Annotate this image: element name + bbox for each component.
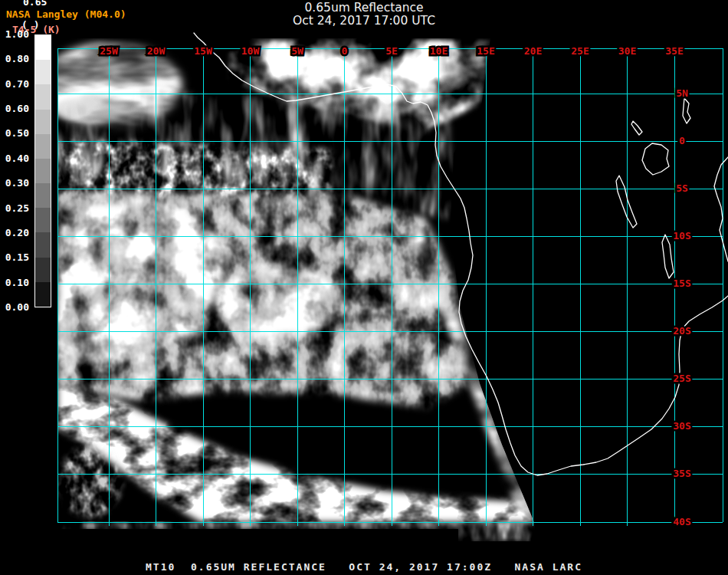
colorbar-tick-label: 0.30 [0, 178, 29, 189]
grid-tick-label: 30E [618, 45, 636, 57]
grid-tick-label: 20S [673, 325, 691, 337]
colorbar-tick-label: 0.60 [0, 104, 29, 114]
grid-tick-label: 40S [673, 516, 691, 527]
satellite-map: 25W20W15W10W5W05E10E15E20E25E30E35E5N05S… [0, 0, 728, 575]
grid-tick-label: 35S [673, 468, 691, 479]
colorbar-tick-label: 0.10 [0, 278, 29, 288]
grid-tick-label: 10S [673, 230, 691, 242]
channel-label: 0.65 [23, 0, 47, 8]
grid-tick-label: 20W [147, 45, 166, 57]
grid-tick-label: 5S [676, 182, 688, 194]
colorbar-tick-label: 0.00 [0, 302, 29, 313]
cloud-deck-bright-mid [215, 265, 340, 336]
grid-tick-label: 35E [665, 45, 683, 57]
satellite-product-view: 25W20W15W10W5W05E10E15E20E25E30E35E5N05S… [0, 0, 728, 575]
grid-tick-label: 10E [430, 45, 448, 57]
grid-tick-label: 15W [194, 45, 212, 57]
cloud-corner-cumulus [60, 446, 121, 517]
colorbar-tick-label: 0.40 [0, 153, 29, 164]
colorbar-tick-label: 0.20 [0, 228, 29, 238]
grid-tick-label: 25E [571, 45, 589, 57]
grid-tick-label: 15E [477, 45, 494, 57]
grid-tick-label: 0 [342, 45, 348, 57]
grid-tick-label: 20E [524, 45, 542, 57]
swath-strip-below-right [458, 522, 536, 541]
footer-caption: MT10 0.65UM REFLECTANCE OCT 24, 2017 17:… [0, 561, 728, 573]
grid-tick-label: 25W [100, 45, 118, 57]
grid-tick-label: 25S [673, 373, 691, 384]
grid-tick-label: 30S [673, 420, 691, 432]
colorbar-tick-label: 0.50 [0, 128, 29, 139]
reflectance-colorbar [34, 34, 51, 307]
grid-tick-label: 5E [385, 45, 398, 57]
grid-tick-label: 5N [676, 87, 688, 99]
colorbar-tick-label: 0.15 [0, 252, 29, 263]
swath-strip-below-left [57, 522, 458, 529]
grid-tick-label: 0 [679, 135, 685, 146]
colorbar-tick-label: 0.70 [0, 79, 29, 90]
colorbar-tick-label: 0.25 [0, 203, 29, 214]
colorbar-tick-label: 1.00 [0, 29, 29, 40]
grid-tick-label: 5W [291, 45, 303, 57]
colorbar-tick-label: 0.80 [0, 54, 29, 64]
source-label: NASA Langley (M04.0) [6, 8, 126, 20]
grid-tick-label: 10W [241, 45, 260, 57]
grid-tick-label: 15S [673, 278, 691, 289]
